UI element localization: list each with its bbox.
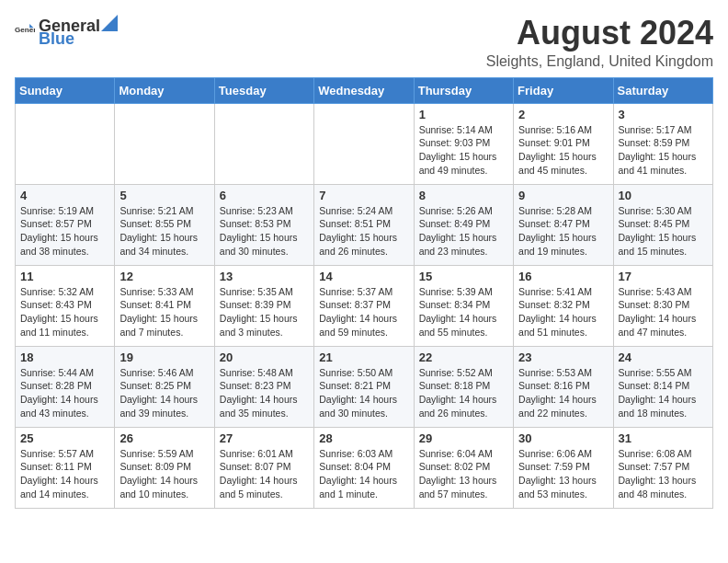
week-row-5: 25Sunrise: 5:57 AMSunset: 8:11 PMDayligh… [16, 427, 713, 508]
calendar-cell: 13Sunrise: 5:35 AMSunset: 8:39 PMDayligh… [214, 265, 313, 346]
calendar-cell: 2Sunrise: 5:16 AMSunset: 9:01 PMDaylight… [514, 103, 613, 184]
cell-content: Sunrise: 5:19 AMSunset: 8:57 PMDaylight:… [20, 204, 109, 259]
sunset-text: Sunset: 8:39 PM [220, 298, 309, 312]
daylight-text: Daylight: 15 hours and 3 minutes. [220, 312, 309, 339]
day-number: 27 [220, 431, 309, 445]
daylight-text: Daylight: 14 hours and 51 minutes. [518, 312, 608, 339]
day-number: 29 [419, 431, 508, 445]
sunset-text: Sunset: 8:45 PM [619, 217, 708, 231]
daylight-text: Daylight: 15 hours and 15 minutes. [619, 231, 708, 258]
cell-content: Sunrise: 5:26 AMSunset: 8:49 PMDaylight:… [419, 204, 508, 259]
column-header-friday: Friday [514, 77, 613, 103]
sunset-text: Sunset: 8:49 PM [419, 217, 508, 231]
daylight-text: Daylight: 15 hours and 41 minutes. [619, 150, 708, 177]
cell-content: Sunrise: 5:57 AMSunset: 8:11 PMDaylight:… [20, 447, 109, 501]
calendar-cell: 4Sunrise: 5:19 AMSunset: 8:57 PMDaylight… [16, 184, 115, 265]
sunrise-text: Sunrise: 6:08 AM [619, 447, 708, 461]
sunrise-text: Sunrise: 5:24 AM [319, 204, 408, 218]
sunset-text: Sunset: 8:07 PM [220, 460, 309, 474]
daylight-text: Daylight: 15 hours and 34 minutes. [119, 231, 209, 258]
cell-content: Sunrise: 5:24 AMSunset: 8:51 PMDaylight:… [319, 204, 408, 259]
sunrise-text: Sunrise: 5:33 AM [119, 285, 209, 299]
daylight-text: Daylight: 14 hours and 10 minutes. [119, 474, 209, 500]
calendar-cell: 16Sunrise: 5:41 AMSunset: 8:32 PMDayligh… [514, 265, 613, 346]
sunrise-text: Sunrise: 5:17 AM [619, 123, 708, 137]
calendar-cell: 28Sunrise: 6:03 AMSunset: 8:04 PMDayligh… [314, 427, 414, 508]
day-number: 17 [619, 270, 708, 283]
sunrise-text: Sunrise: 6:04 AM [419, 447, 508, 461]
daylight-text: Daylight: 14 hours and 5 minutes. [220, 474, 309, 500]
page-header: General General Blue August 2024 Sleight… [15, 15, 713, 70]
cell-content: Sunrise: 5:33 AMSunset: 8:41 PMDaylight:… [119, 285, 209, 339]
column-header-saturday: Saturday [613, 77, 712, 103]
subtitle: Sleights, England, United Kingdom [486, 53, 713, 70]
sunrise-text: Sunrise: 5:59 AM [119, 447, 209, 461]
sunrise-text: Sunrise: 5:21 AM [119, 204, 209, 218]
day-number: 25 [20, 431, 109, 445]
sunset-text: Sunset: 9:01 PM [518, 136, 608, 150]
daylight-text: Daylight: 13 hours and 48 minutes. [619, 474, 708, 500]
logo: General General Blue [15, 15, 119, 47]
cell-content: Sunrise: 6:04 AMSunset: 8:02 PMDaylight:… [419, 447, 508, 501]
calendar-cell [16, 103, 115, 184]
daylight-text: Daylight: 15 hours and 38 minutes. [20, 231, 109, 258]
daylight-text: Daylight: 15 hours and 30 minutes. [220, 231, 309, 258]
cell-content: Sunrise: 5:43 AMSunset: 8:30 PMDaylight:… [619, 285, 708, 339]
daylight-text: Daylight: 14 hours and 30 minutes. [319, 393, 408, 419]
day-number: 13 [220, 270, 309, 283]
day-number: 10 [619, 189, 708, 202]
day-number: 31 [619, 431, 708, 445]
daylight-text: Daylight: 14 hours and 43 minutes. [20, 393, 109, 419]
sunset-text: Sunset: 7:59 PM [518, 460, 608, 474]
sunrise-text: Sunrise: 6:06 AM [518, 447, 608, 461]
sunrise-text: Sunrise: 5:44 AM [20, 366, 109, 380]
calendar-cell: 14Sunrise: 5:37 AMSunset: 8:37 PMDayligh… [314, 265, 414, 346]
logo-triangle-icon [101, 15, 118, 31]
calendar-cell: 8Sunrise: 5:26 AMSunset: 8:49 PMDaylight… [414, 184, 513, 265]
cell-content: Sunrise: 5:53 AMSunset: 8:16 PMDaylight:… [518, 366, 608, 420]
sunset-text: Sunset: 8:11 PM [20, 460, 109, 474]
calendar-header-row: SundayMondayTuesdayWednesdayThursdayFrid… [16, 77, 713, 103]
sunrise-text: Sunrise: 5:30 AM [619, 204, 708, 218]
day-number: 18 [20, 350, 109, 364]
cell-content: Sunrise: 5:35 AMSunset: 8:39 PMDaylight:… [220, 285, 309, 339]
daylight-text: Daylight: 14 hours and 18 minutes. [619, 393, 708, 419]
daylight-text: Daylight: 14 hours and 59 minutes. [319, 312, 408, 339]
calendar-cell: 21Sunrise: 5:50 AMSunset: 8:21 PMDayligh… [314, 346, 414, 427]
calendar-cell: 1Sunrise: 5:14 AMSunset: 9:03 PMDaylight… [414, 103, 513, 184]
sunset-text: Sunset: 8:04 PM [319, 460, 408, 474]
daylight-text: Daylight: 13 hours and 53 minutes. [518, 474, 608, 500]
sunset-text: Sunset: 8:18 PM [419, 379, 508, 393]
calendar-cell: 7Sunrise: 5:24 AMSunset: 8:51 PMDaylight… [314, 184, 414, 265]
sunrise-text: Sunrise: 5:37 AM [319, 285, 408, 299]
daylight-text: Daylight: 15 hours and 11 minutes. [20, 312, 109, 339]
week-row-1: 1Sunrise: 5:14 AMSunset: 9:03 PMDaylight… [16, 103, 713, 184]
cell-content: Sunrise: 5:59 AMSunset: 8:09 PMDaylight:… [119, 447, 209, 501]
calendar-cell: 26Sunrise: 5:59 AMSunset: 8:09 PMDayligh… [115, 427, 214, 508]
cell-content: Sunrise: 5:55 AMSunset: 8:14 PMDaylight:… [619, 366, 708, 420]
cell-content: Sunrise: 6:08 AMSunset: 7:57 PMDaylight:… [619, 447, 708, 501]
cell-content: Sunrise: 5:50 AMSunset: 8:21 PMDaylight:… [319, 366, 408, 420]
sunset-text: Sunset: 8:57 PM [20, 217, 109, 231]
sunrise-text: Sunrise: 6:03 AM [319, 447, 408, 461]
cell-content: Sunrise: 5:41 AMSunset: 8:32 PMDaylight:… [518, 285, 608, 339]
day-number: 11 [20, 270, 109, 283]
sunset-text: Sunset: 8:55 PM [119, 217, 209, 231]
cell-content: Sunrise: 6:01 AMSunset: 8:07 PMDaylight:… [220, 447, 309, 501]
daylight-text: Daylight: 14 hours and 55 minutes. [419, 312, 508, 339]
daylight-text: Daylight: 14 hours and 39 minutes. [119, 393, 209, 419]
daylight-text: Daylight: 14 hours and 22 minutes. [518, 393, 608, 419]
calendar-cell: 15Sunrise: 5:39 AMSunset: 8:34 PMDayligh… [414, 265, 513, 346]
sunrise-text: Sunrise: 5:53 AM [518, 366, 608, 380]
daylight-text: Daylight: 14 hours and 47 minutes. [619, 312, 708, 339]
day-number: 21 [319, 350, 408, 364]
svg-marker-1 [101, 15, 118, 31]
sunset-text: Sunset: 8:53 PM [220, 217, 309, 231]
cell-content: Sunrise: 6:06 AMSunset: 7:59 PMDaylight:… [518, 447, 608, 501]
calendar-cell [214, 103, 313, 184]
daylight-text: Daylight: 15 hours and 49 minutes. [419, 150, 508, 177]
calendar-cell: 6Sunrise: 5:23 AMSunset: 8:53 PMDaylight… [214, 184, 313, 265]
sunset-text: Sunset: 9:03 PM [419, 136, 508, 150]
sunrise-text: Sunrise: 5:57 AM [20, 447, 109, 461]
week-row-4: 18Sunrise: 5:44 AMSunset: 8:28 PMDayligh… [16, 346, 713, 427]
